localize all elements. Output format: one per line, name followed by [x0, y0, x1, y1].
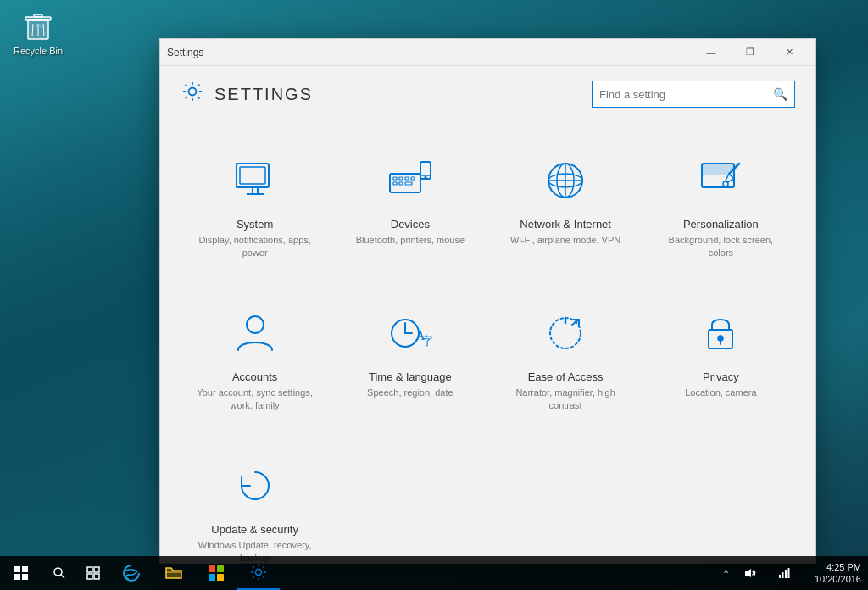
svg-rect-19 [405, 182, 412, 185]
task-view-button[interactable] [76, 556, 110, 590]
settings-title: SETTINGS [214, 85, 313, 104]
taskbar-explorer-button[interactable] [153, 556, 195, 590]
svg-rect-16 [411, 177, 415, 180]
svg-rect-48 [94, 567, 99, 572]
svg-point-22 [425, 177, 426, 179]
devices-icon [383, 153, 437, 208]
svg-point-45 [54, 568, 62, 576]
recycle-bin-label: Recycle Bin [8, 46, 68, 57]
settings-item-ease[interactable]: Ease of Access Narrator, magnifier, high… [492, 285, 640, 431]
svg-rect-47 [87, 567, 92, 572]
taskbar-edge-button[interactable] [110, 556, 153, 590]
search-input[interactable] [599, 88, 773, 101]
recycle-bin-icon[interactable]: Recycle Bin [8, 8, 68, 57]
taskbar-search-button[interactable] [42, 556, 76, 590]
title-bar-controls: — ❐ ✕ [692, 39, 809, 66]
svg-rect-13 [393, 177, 397, 180]
settings-title-area: SETTINGS [181, 80, 313, 109]
taskbar-pinned [110, 556, 280, 590]
settings-item-privacy[interactable]: Privacy Location, camera [647, 285, 795, 431]
accounts-icon [228, 306, 282, 360]
svg-point-56 [256, 570, 262, 576]
svg-rect-18 [399, 182, 403, 185]
network-icon [538, 153, 593, 208]
svg-rect-2 [34, 14, 42, 17]
clock-date: 10/20/2016 [815, 573, 861, 585]
accounts-name: Accounts [232, 370, 277, 383]
svg-rect-49 [87, 574, 92, 579]
tray-expand-button[interactable]: ^ [719, 569, 733, 578]
svg-rect-11 [240, 167, 265, 184]
settings-item-network[interactable]: Network & Internet Wi-Fi, airplane mode,… [492, 132, 640, 278]
settings-window: Settings — ❐ ✕ SETTINGS 🔍 [159, 38, 816, 564]
taskbar-settings-button[interactable] [237, 556, 280, 590]
settings-item-time[interactable]: A 字 Time & language Speech, region, date [336, 285, 484, 431]
clock-time: 4:25 PM [815, 561, 861, 573]
svg-line-46 [61, 575, 64, 578]
privacy-icon [693, 306, 748, 360]
settings-content: System Display, notifications, apps, pow… [160, 119, 815, 563]
recycle-bin-svg [21, 8, 55, 42]
svg-marker-57 [745, 569, 751, 577]
taskbar: ^ 4:25 PM 10/20/2 [0, 556, 868, 590]
system-desc: Display, notifications, apps, power [192, 234, 318, 260]
network-name: Network & Internet [520, 218, 611, 231]
svg-rect-54 [209, 574, 215, 581]
personalization-desc: Background, lock screen, colors [658, 234, 784, 260]
system-name: System [236, 218, 273, 231]
svg-text:字: 字 [421, 335, 433, 348]
update-icon [228, 459, 282, 513]
accounts-desc: Your account, sync settings, work, famil… [192, 387, 318, 413]
system-icon [228, 153, 282, 208]
update-name: Update & security [211, 523, 298, 536]
time-name: Time & language [369, 370, 452, 383]
minimize-button[interactable]: — [692, 39, 731, 66]
svg-rect-14 [399, 177, 403, 180]
taskbar-tray: ^ [719, 556, 808, 590]
personalization-name: Personalization [683, 218, 759, 231]
settings-item-update[interactable]: Update & security Windows Update, recove… [181, 437, 329, 563]
svg-point-32 [723, 181, 728, 186]
settings-item-devices[interactable]: Devices Bluetooth, printers, mouse [336, 132, 484, 278]
settings-grid: System Display, notifications, apps, pow… [181, 132, 795, 563]
settings-gear-icon [181, 80, 204, 109]
time-icon: A 字 [383, 306, 437, 360]
title-bar: Settings — ❐ ✕ [160, 39, 815, 66]
ease-icon [538, 306, 593, 360]
svg-rect-50 [94, 574, 99, 579]
personalization-icon [693, 153, 748, 208]
maximize-button[interactable]: ❐ [731, 39, 770, 66]
time-desc: Speech, region, date [367, 387, 453, 399]
search-box[interactable]: 🔍 [592, 81, 795, 108]
svg-rect-55 [217, 574, 224, 581]
svg-rect-53 [217, 565, 224, 572]
svg-rect-59 [782, 572, 783, 578]
svg-rect-17 [393, 182, 397, 185]
ease-name: Ease of Access [528, 370, 604, 383]
desktop: Recycle Bin Settings — ❐ ✕ SETTINGS [0, 0, 868, 590]
settings-header: SETTINGS 🔍 [160, 66, 815, 119]
privacy-name: Privacy [703, 370, 739, 383]
svg-rect-15 [405, 177, 409, 180]
ease-desc: Narrator, magnifier, high contrast [503, 387, 629, 413]
network-desc: Wi-Fi, airplane mode, VPN [510, 234, 620, 247]
settings-item-system[interactable]: System Display, notifications, apps, pow… [181, 132, 329, 278]
svg-rect-58 [779, 575, 781, 578]
network-status-icon[interactable] [767, 556, 801, 590]
svg-rect-60 [785, 570, 787, 578]
devices-desc: Bluetooth, printers, mouse [356, 234, 465, 247]
title-bar-text: Settings [167, 47, 692, 58]
svg-point-6 [189, 88, 197, 96]
settings-item-personalization[interactable]: Personalization Background, lock screen,… [647, 132, 795, 278]
close-button[interactable]: ✕ [770, 39, 809, 66]
taskbar-store-button[interactable] [195, 556, 237, 590]
volume-icon[interactable] [733, 556, 767, 590]
svg-rect-61 [787, 568, 789, 578]
settings-item-accounts[interactable]: Accounts Your account, sync settings, wo… [181, 285, 329, 431]
start-button[interactable] [0, 556, 42, 590]
taskbar-clock[interactable]: 4:25 PM 10/20/2016 [808, 561, 868, 586]
windows-logo [14, 566, 28, 580]
search-icon[interactable]: 🔍 [773, 87, 787, 101]
svg-point-33 [247, 316, 264, 333]
devices-name: Devices [391, 218, 430, 231]
